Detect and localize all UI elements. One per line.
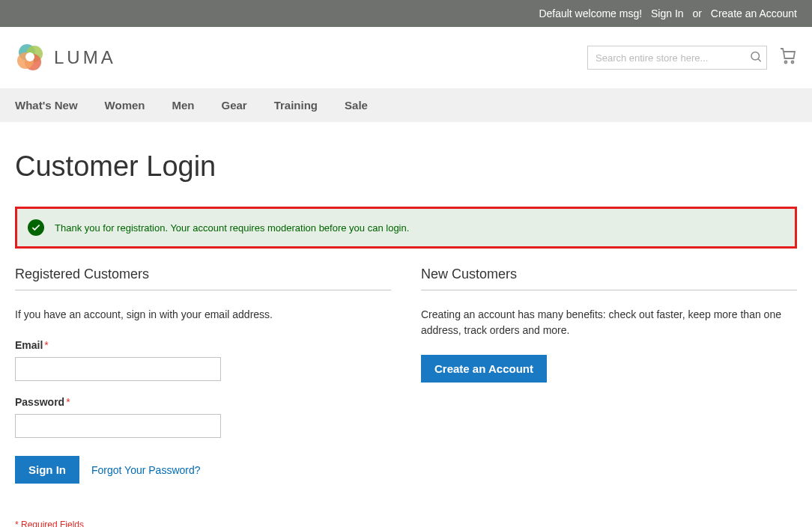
email-field-wrapper: Email* [15,339,391,381]
cart-icon [779,47,797,65]
search-box [587,46,767,70]
svg-point-7 [785,61,787,64]
search-icon [749,50,763,64]
password-field[interactable] [15,414,221,438]
email-field[interactable] [15,357,221,381]
create-account-button[interactable]: Create an Account [421,355,547,383]
header-right [587,46,797,70]
svg-point-4 [25,52,34,61]
forgot-password-link[interactable]: Forgot Your Password? [91,464,201,476]
success-alert: Thank you for registration. Your account… [15,207,797,249]
or-text: or [692,7,701,19]
login-actions: Sign In Forgot Your Password? [15,456,391,484]
registered-desc: If you have an account, sign in with you… [15,307,391,323]
create-account-link[interactable]: Create an Account [711,7,797,19]
top-bar: Default welcome msg! Sign In or Create a… [0,0,812,27]
check-icon [28,219,44,236]
required-asterisk: * [66,396,70,408]
svg-point-8 [792,61,794,64]
registered-customers-block: Registered Customers If you have an acco… [15,266,391,527]
registered-title: Registered Customers [15,266,391,290]
svg-line-6 [758,59,761,62]
svg-point-5 [751,52,760,61]
header: LUMA [0,27,812,88]
main-nav: What's New Women Men Gear Training Sale [0,88,812,122]
alert-message: Thank you for registration. Your account… [55,222,409,234]
logo[interactable]: LUMA [15,42,116,73]
required-asterisk: * [44,339,48,351]
sign-in-link[interactable]: Sign In [651,7,684,19]
sign-in-button[interactable]: Sign In [15,456,79,484]
newcust-desc: Creating an account has many benefits: c… [421,307,797,338]
nav-item-gear[interactable]: Gear [221,88,263,122]
search-input[interactable] [587,46,767,70]
page-title: Customer Login [15,150,797,183]
required-fields-note: * Required Fields [15,520,391,527]
email-label: Email* [15,339,391,351]
new-customers-block: New Customers Creating an account has ma… [421,266,797,527]
nav-item-men[interactable]: Men [172,88,210,122]
logo-icon [15,42,46,73]
password-label: Password* [15,396,391,408]
search-button[interactable] [749,50,763,66]
nav-item-sale[interactable]: Sale [345,88,384,122]
nav-item-whats-new[interactable]: What's New [15,88,94,122]
main-content: Customer Login Thank you for registratio… [0,122,812,527]
nav-item-training[interactable]: Training [274,88,334,122]
password-field-wrapper: Password* [15,396,391,438]
welcome-msg: Default welcome msg! [539,7,642,19]
logo-text: LUMA [54,47,116,68]
login-columns: Registered Customers If you have an acco… [15,266,797,527]
nav-item-women[interactable]: Women [105,88,162,122]
cart-button[interactable] [779,47,797,68]
newcust-title: New Customers [421,266,797,290]
